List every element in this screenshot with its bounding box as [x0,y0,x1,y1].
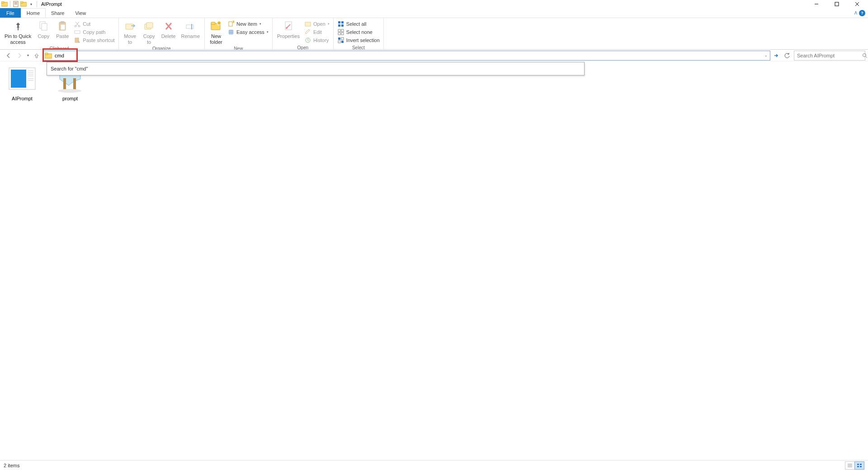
edit-label: Edit [313,29,322,35]
rename-label: Rename [181,33,200,39]
svg-rect-32 [211,22,215,24]
tab-file[interactable]: File [0,8,21,18]
up-button[interactable] [32,51,42,61]
svg-rect-75 [860,466,862,467]
properties-button[interactable]: Properties [274,19,302,40]
copy-path-button[interactable]: Copy path [74,28,114,36]
history-icon [304,37,311,44]
open-button[interactable]: Open ▾ [304,20,330,28]
address-input[interactable] [53,52,762,60]
address-dropdown-icon[interactable]: ⌄ [762,53,770,57]
easy-access-label: Easy access [236,29,264,35]
ribbon-group-new: ✱ New folder ✱ New item ▾ Easy access ▾ … [205,18,273,49]
details-view-button[interactable] [845,461,855,470]
select-none-button[interactable]: Select none [337,28,380,36]
svg-rect-23 [75,38,79,42]
svg-rect-9 [835,2,839,6]
svg-rect-2 [14,1,18,7]
folder-content[interactable]: AIPrompt prompt [0,61,868,460]
svg-rect-66 [63,78,66,90]
recent-locations-button[interactable]: ▾ [25,51,31,61]
view-toggles [845,461,864,470]
svg-rect-17 [61,24,65,30]
qat-separator [10,1,10,7]
open-label: Open [313,21,326,27]
new-item-icon: ✱ [227,20,235,28]
cut-button[interactable]: Cut [74,20,114,28]
large-icons-view-button[interactable] [854,461,864,470]
list-item[interactable]: AIPrompt [5,65,40,101]
cut-label: Cut [83,21,90,27]
properties-main-icon [282,20,295,33]
ribbon-group-clipboard: Pin to Quick access Copy Paste Cut Copy … [0,18,119,49]
easy-access-icon [227,28,235,36]
search-input[interactable] [794,53,862,58]
new-item-button[interactable]: ✱ New item ▾ [227,20,269,28]
paste-icon [56,20,69,33]
paste-button[interactable]: Paste [53,19,72,40]
invert-selection-button[interactable]: Invert selection [337,36,380,44]
forward-button[interactable] [14,51,24,61]
qat-dropdown-icon[interactable]: ▾ [28,0,35,8]
move-to-icon [123,20,137,33]
history-button[interactable]: History [304,36,330,44]
tab-share[interactable]: Share [46,8,70,18]
paste-shortcut-label: Paste shortcut [83,38,114,43]
search-icon[interactable] [862,53,868,58]
move-to-button[interactable]: Move to [121,19,140,46]
ribbon-group-open: Properties Open ▾ Edit History Open [273,18,334,49]
svg-rect-7 [20,1,23,3]
maximize-button[interactable] [826,0,847,8]
svg-rect-47 [341,29,344,32]
refresh-button[interactable] [782,51,792,61]
chevron-down-icon: ▾ [259,22,261,26]
help-icon[interactable]: ? [859,10,865,16]
svg-rect-43 [341,21,344,24]
svg-rect-44 [338,24,340,27]
quick-access-toolbar: ▾ [1,0,38,8]
search-box[interactable] [794,51,865,61]
new-folder-qat-icon[interactable] [20,0,27,8]
svg-rect-35 [229,22,232,26]
svg-rect-22 [75,31,80,33]
history-label: History [313,38,329,43]
address-suggestion-search[interactable]: Search for "cmd" [47,62,584,75]
svg-text:✱: ✱ [232,21,234,24]
rename-icon [184,20,197,33]
select-all-icon [337,20,344,28]
copy-label: Copy [38,33,49,39]
address-folder-icon [44,51,53,60]
go-button[interactable] [771,51,781,61]
copy-to-button[interactable]: Copy to [140,19,159,46]
tab-home[interactable]: Home [21,8,46,18]
edit-button[interactable]: Edit [304,28,330,36]
paste-shortcut-button[interactable]: Paste shortcut [74,36,114,44]
easy-access-button[interactable]: Easy access ▾ [227,28,269,36]
pin-to-quick-access-button[interactable]: Pin to Quick access [2,19,34,46]
new-folder-button[interactable]: ✱ New folder [207,19,226,46]
address-bar[interactable]: ⌄ [42,51,770,61]
invert-selection-icon [337,37,344,44]
cut-icon [74,20,81,28]
tab-view[interactable]: View [70,8,91,18]
move-to-label: Move to [124,33,136,45]
properties-icon[interactable] [12,0,19,8]
select-none-icon [337,28,344,36]
back-button[interactable] [4,51,14,61]
delete-button[interactable]: Delete [159,19,179,40]
ribbon-expand-icon[interactable]: ᐱ [854,11,857,15]
svg-rect-40 [305,22,311,26]
rename-button[interactable]: Rename [178,19,203,40]
svg-rect-45 [341,24,344,27]
svg-rect-49 [341,33,344,35]
file-thumbnail-icon [6,65,38,94]
svg-rect-24 [126,24,133,29]
select-all-button[interactable]: Select all [337,20,380,28]
copy-button[interactable]: Copy [34,19,53,40]
title-bar: ▾ AIPrompt [0,0,868,8]
close-button[interactable] [847,0,867,8]
svg-rect-52 [338,41,340,43]
paste-shortcut-icon [74,37,81,44]
svg-point-68 [58,89,81,93]
minimize-button[interactable] [806,0,826,8]
